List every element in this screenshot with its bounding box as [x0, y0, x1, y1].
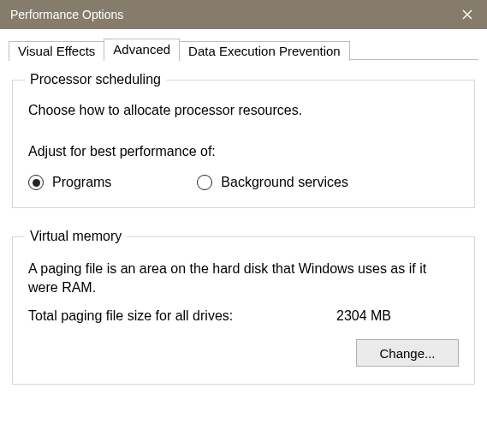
group-legend: Virtual memory	[25, 229, 127, 244]
radio-programs[interactable]: Programs	[28, 175, 111, 190]
change-button[interactable]: Change...	[356, 339, 459, 367]
tab-label: Advanced	[113, 42, 170, 57]
tab-label: Visual Effects	[18, 44, 95, 58]
radio-label: Programs	[52, 175, 111, 190]
close-button[interactable]	[448, 0, 487, 29]
radio-icon	[197, 175, 212, 190]
radio-label: Background services	[221, 175, 348, 190]
group-processor-scheduling: Processor scheduling Choose how to alloc…	[12, 72, 475, 208]
radio-background-services[interactable]: Background services	[197, 175, 348, 190]
close-icon	[462, 8, 472, 22]
tab-advanced[interactable]: Advanced	[104, 39, 180, 60]
virtual-memory-desc: A paging file is an area on the hard dis…	[28, 260, 459, 296]
tab-visual-effects[interactable]: Visual Effects	[9, 41, 104, 61]
tabstrip: Visual Effects Advanced Data Execution P…	[9, 38, 478, 59]
window-title: Performance Options	[10, 8, 123, 21]
titlebar[interactable]: Performance Options	[0, 0, 487, 29]
radio-icon	[28, 175, 44, 190]
group-legend: Processor scheduling	[25, 72, 166, 87]
button-label: Change...	[379, 346, 435, 361]
tab-label: Data Execution Prevention	[188, 44, 341, 58]
processor-desc: Choose how to allocate processor resourc…	[28, 103, 459, 118]
processor-subhead: Adjust for best performance of:	[28, 144, 459, 159]
tab-data-execution-prevention[interactable]: Data Execution Prevention	[179, 41, 350, 61]
total-paging-label: Total paging file size for all drives:	[28, 308, 336, 324]
group-virtual-memory: Virtual memory A paging file is an area …	[12, 229, 475, 385]
total-paging-value: 2304 MB	[336, 308, 391, 324]
